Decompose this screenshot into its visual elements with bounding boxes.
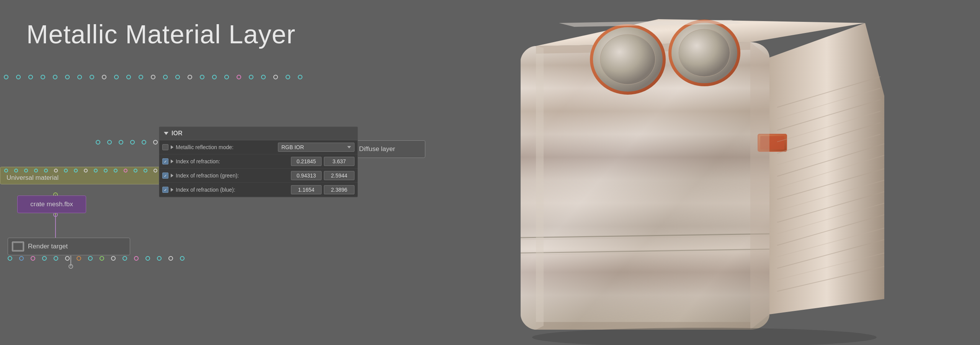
3d-render-preview [444, 0, 980, 345]
dot [4, 75, 8, 79]
dot [200, 75, 204, 79]
dot [151, 75, 155, 79]
dot [102, 75, 106, 79]
ior-value-green-2[interactable]: 2.5944 [324, 171, 354, 180]
dot [212, 75, 217, 79]
ior-value-refraction-1[interactable]: 0.21845 [291, 157, 322, 166]
dot [28, 75, 33, 79]
ior-label-refraction: Index of refraction: [176, 158, 289, 164]
dot [286, 75, 290, 79]
dot [77, 75, 82, 79]
ior-checkbox-refraction[interactable] [162, 158, 168, 164]
dropdown-arrow-icon [347, 146, 351, 148]
ior-expand-refraction[interactable] [171, 159, 173, 163]
ior-value-blue-1[interactable]: 1.1654 [291, 185, 322, 194]
dot [273, 75, 278, 79]
left-edge-highlight [536, 46, 544, 330]
dot [298, 75, 302, 79]
dot [261, 75, 266, 79]
ior-dropdown-value: RGB IOR [281, 144, 304, 150]
ior-panel: IOR Metallic reflection mode: RGB IOR In… [159, 127, 358, 197]
dot [65, 75, 70, 79]
ior-dropdown-reflection[interactable]: RGB IOR [278, 143, 354, 152]
dot [90, 75, 94, 79]
svg-point-7 [69, 264, 73, 268]
ior-row-reflection-mode: Metallic reflection mode: RGB IOR [159, 140, 358, 154]
dot [163, 75, 168, 79]
universal-node-label: Universal material [7, 174, 59, 182]
dot [139, 75, 143, 79]
ior-row-refraction-blue: Index of refraction (blue): 1.1654 2.389… [159, 183, 358, 197]
ior-label-reflection: Metallic reflection mode: [176, 144, 276, 150]
ior-checkbox-refraction-green[interactable] [162, 172, 168, 179]
button-left-inner [600, 34, 655, 84]
ior-expand-refraction-blue[interactable] [171, 188, 173, 192]
dot [249, 75, 253, 79]
ior-value-green-1[interactable]: 0.94313 [291, 171, 322, 180]
crate-node-label: crate mesh.fbx [30, 200, 73, 208]
dot [237, 75, 241, 79]
ior-label-refraction-green: Index of refraction (green): [176, 172, 289, 179]
ior-checkbox-reflection[interactable] [162, 144, 168, 150]
dot [41, 75, 45, 79]
ior-panel-title: IOR [172, 130, 182, 137]
button-right-inner [679, 29, 730, 77]
dot [188, 75, 192, 79]
render-node-label: Render target [28, 243, 68, 250]
dot [16, 75, 21, 79]
right-edge-bevel [750, 42, 769, 330]
ior-value-blue-2[interactable]: 2.3896 [324, 185, 354, 194]
shadow [532, 328, 877, 345]
render-svg [444, 0, 980, 345]
ior-expand-reflection[interactable] [171, 145, 173, 149]
crate-mesh-node[interactable]: crate mesh.fbx [17, 196, 86, 213]
dot [114, 75, 119, 79]
ior-label-refraction-blue: Index of refraction (blue): [176, 187, 289, 193]
ior-checkbox-refraction-blue[interactable] [162, 187, 168, 193]
dot [224, 75, 229, 79]
ior-expand-refraction-green[interactable] [171, 174, 173, 177]
ior-panel-header: IOR [159, 127, 358, 140]
svg-point-5 [54, 213, 57, 217]
node-graph: Metallic layer Diffuse layer [0, 69, 364, 330]
dot [175, 75, 180, 79]
bottom-connector-dots [8, 256, 185, 261]
dot [53, 75, 57, 79]
render-target-node[interactable]: Render target [8, 238, 130, 255]
render-target-icon [12, 242, 24, 251]
ior-row-refraction-green: Index of refraction (green): 0.94313 2.5… [159, 169, 358, 183]
ior-collapse-icon[interactable] [164, 132, 168, 135]
diffuse-node-label: Diffuse layer [359, 145, 395, 153]
top-connector-dots [4, 75, 302, 79]
ior-row-refraction: Index of refraction: 0.21845 3.637 [159, 154, 358, 169]
ior-value-refraction-2[interactable]: 3.637 [324, 157, 354, 166]
page-title: Metallic Material Layer [26, 19, 296, 49]
dot [126, 75, 131, 79]
